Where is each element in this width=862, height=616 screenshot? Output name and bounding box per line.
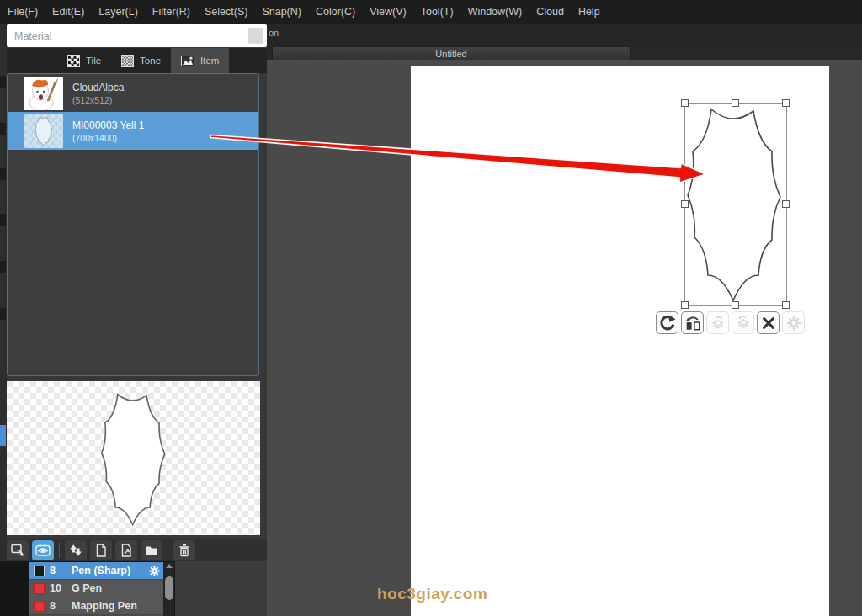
menu-item-snap[interactable]: Snap(N)	[262, 6, 301, 18]
open-folder-button[interactable]	[141, 540, 162, 560]
transform-toolbar	[656, 311, 805, 334]
new-document-button[interactable]	[90, 540, 112, 560]
hidden-tool-selected	[0, 425, 6, 446]
material-panel: Tile Tone Item	[0, 24, 267, 560]
close-icon	[760, 315, 777, 332]
watermark-text: hoc3giay.com	[377, 585, 487, 603]
material-toolbar	[0, 539, 267, 561]
close-selection-button[interactable]	[757, 311, 780, 334]
selection-handle[interactable]	[782, 99, 790, 107]
material-size: (512x512)	[72, 95, 124, 105]
cloud-sync-button[interactable]	[65, 540, 87, 560]
material-list: CloudAlpca (512x512) MI000003 Yell 1 (70…	[7, 73, 259, 376]
tile-icon	[67, 55, 80, 67]
menu-bar: File(F) Edit(E) Layer(L) Filter(R) Selec…	[0, 0, 862, 24]
material-search-input[interactable]	[13, 29, 248, 43]
brush-panel: 8 Pen (Sharp) 10 G Pen	[29, 562, 174, 616]
material-thumbnail	[24, 114, 63, 148]
material-search-box	[7, 24, 267, 47]
brush-color-swatch[interactable]	[34, 566, 45, 576]
brush-name: Mapping Pen	[72, 600, 137, 612]
cloud-sync-icon	[68, 543, 83, 558]
folder-icon	[144, 543, 159, 558]
bottom-background-gray	[175, 560, 267, 616]
visibility-eye-icon	[35, 543, 51, 558]
menu-item-window[interactable]: Window(W)	[468, 6, 523, 18]
document-tab[interactable]: Untitled	[272, 46, 631, 60]
trash-icon	[177, 543, 192, 558]
tab-tone-label: Tone	[140, 56, 161, 66]
material-preview-pane	[7, 381, 260, 535]
brush-scrollbar[interactable]	[163, 562, 174, 616]
menu-item-help[interactable]: Help	[578, 6, 600, 18]
partial-toolbar-text: on	[269, 28, 279, 38]
menu-item-view[interactable]: View(V)	[370, 6, 407, 18]
tab-item[interactable]: Item	[171, 48, 229, 73]
brush-size: 10	[50, 582, 72, 594]
brush-size: 8	[50, 600, 72, 612]
material-name: CloudAlpca	[72, 82, 124, 93]
menu-item-color[interactable]: Color(C)	[316, 6, 355, 18]
menu-item-layer[interactable]: Layer(L)	[98, 6, 138, 18]
delete-material-button[interactable]	[173, 540, 195, 560]
export-image-button[interactable]	[115, 540, 137, 560]
send-backward-button-disabled	[706, 311, 729, 334]
brush-row-g-pen[interactable]: 10 G Pen	[29, 580, 163, 597]
scrollbar-thumb[interactable]	[165, 576, 173, 600]
pasted-material-shape[interactable]	[683, 101, 787, 306]
selection-handle[interactable]	[782, 200, 790, 208]
brush-row-mapping-pen[interactable]: 8 Mapping Pen	[29, 597, 163, 615]
brush-name: Pen (Sharp)	[72, 565, 130, 576]
alpaca-thumbnail-icon	[24, 77, 63, 110]
selection-handle[interactable]	[681, 200, 689, 208]
material-name: MI000003 Yell 1	[72, 119, 144, 131]
brush-size: 8	[50, 565, 72, 576]
visibility-button-active[interactable]	[32, 540, 54, 560]
tab-tile[interactable]: Tile	[57, 48, 111, 73]
tab-tone[interactable]: Tone	[111, 48, 171, 73]
gear-icon	[785, 314, 803, 332]
menu-item-select[interactable]: Select(S)	[205, 6, 247, 18]
brush-color-swatch[interactable]	[34, 583, 45, 594]
new-document-icon	[93, 543, 109, 558]
material-tab-strip: Tile Tone Item	[0, 48, 267, 73]
rotate-button[interactable]	[656, 311, 678, 334]
selection-handle[interactable]	[732, 99, 739, 107]
toolbar-separator	[59, 543, 60, 558]
brush-row-pen-sharp[interactable]: 8 Pen (Sharp)	[29, 562, 163, 580]
hidden-left-toolbar-strip	[0, 24, 7, 560]
firealpaca-window: on Untitled File(F) Edit(E) Layer(L) Fil…	[0, 0, 862, 616]
brush-color-swatch[interactable]	[34, 601, 45, 612]
settings-button-disabled	[782, 311, 805, 334]
brush-name: G Pen	[72, 582, 102, 594]
item-image-icon	[181, 56, 194, 66]
search-clear-button[interactable]	[248, 28, 263, 44]
flip-object-icon	[684, 314, 702, 332]
hidden-toolbar-strip	[267, 24, 862, 46]
selection-handle[interactable]	[681, 301, 689, 309]
tone-icon	[121, 55, 134, 67]
selection-handle[interactable]	[782, 301, 790, 309]
material-size: (700x1400)	[72, 133, 144, 143]
shape-thumbnail-icon	[35, 116, 53, 146]
material-item-yell1-selected[interactable]: MI000003 Yell 1 (700x1400)	[8, 112, 258, 150]
material-thumbnail	[24, 77, 63, 110]
menu-item-tool[interactable]: Tool(T)	[421, 6, 454, 18]
export-image-icon	[119, 543, 134, 558]
tab-tile-label: Tile	[86, 56, 101, 66]
float-window-button[interactable]	[7, 540, 29, 560]
menu-item-edit[interactable]: Edit(E)	[52, 6, 84, 18]
scroll-up-arrow-icon[interactable]	[166, 564, 173, 568]
menu-item-cloud[interactable]: Cloud	[536, 6, 564, 18]
material-item-cloudalpca[interactable]: CloudAlpca (512x512)	[8, 74, 258, 112]
menu-item-filter[interactable]: Filter(R)	[152, 6, 190, 18]
selection-handle[interactable]	[681, 99, 689, 107]
material-preview-shape	[98, 386, 170, 531]
bring-forward-icon	[734, 314, 753, 332]
selection-handle[interactable]	[732, 301, 739, 309]
brush-settings-gear-icon[interactable]	[148, 565, 161, 577]
flip-object-button[interactable]	[681, 311, 704, 334]
send-backward-icon	[709, 314, 727, 332]
bring-forward-button-disabled	[732, 311, 754, 334]
menu-item-file[interactable]: File(F)	[8, 6, 38, 18]
